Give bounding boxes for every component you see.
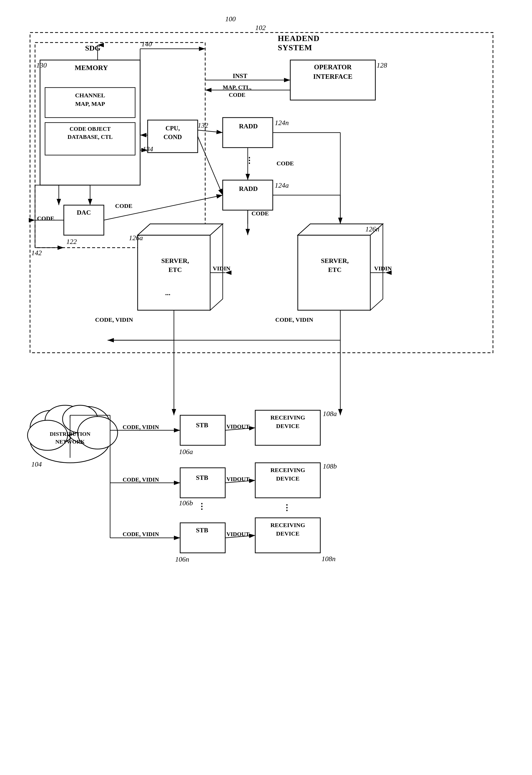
vidin-n-label: VIDIN xyxy=(374,265,392,272)
server-a-box: SERVER,ETC xyxy=(143,256,208,275)
inst-label: INST xyxy=(233,73,247,80)
ref-106a: 106a xyxy=(179,448,193,456)
svg-rect-5 xyxy=(35,43,205,248)
sdg-label: SDG xyxy=(85,44,101,52)
code-vidin-stb-n-label: CODE, VIDIN xyxy=(123,531,159,538)
ref-132: 132 xyxy=(198,121,208,129)
operator-interface-box: OPERATORINTERFACE xyxy=(293,63,373,82)
code-vidin-right-label: CODE, VIDIN xyxy=(275,316,313,323)
ref-126a: 126a xyxy=(129,234,143,242)
vidout-a-label: VIDOUT xyxy=(226,424,249,430)
channel-map-box: CHANNELMAP, MAP xyxy=(46,91,134,108)
code-vidin-stb-b-label: CODE, VIDIN xyxy=(123,477,159,483)
svg-rect-27 xyxy=(180,415,225,445)
ref-128: 128 xyxy=(377,61,387,69)
ref-140: 140 xyxy=(141,40,152,48)
map-ctl-code-label: MAP, CTL,CODE xyxy=(223,84,251,99)
headend-system-label: HEADENDSYSTEM xyxy=(278,34,320,52)
svg-rect-28 xyxy=(180,468,225,498)
svg-rect-12 xyxy=(223,118,273,148)
vidout-b-label: VIDOUT xyxy=(226,476,249,483)
radd-ellipsis: ⋮ xyxy=(245,156,253,165)
cpu-cond-box: CPU,COND xyxy=(149,124,196,141)
code-dac-radd-label: CODE xyxy=(115,203,132,209)
stb-n-box: STB xyxy=(181,527,223,534)
svg-marker-15 xyxy=(138,224,223,235)
code-dac-left-label: CODE xyxy=(37,215,54,222)
vidin-a-label: VIDIN xyxy=(213,265,230,272)
radd-n-box: RADD xyxy=(225,123,272,130)
receiving-b-box: RECEIVINGDEVICE xyxy=(256,466,319,483)
svg-line-41 xyxy=(198,136,223,195)
ref-134: 134 xyxy=(143,145,153,153)
ref-102: 102 xyxy=(255,24,266,32)
ref-108n: 108n xyxy=(322,555,336,563)
code-vidin-left-label: CODE, VIDIN xyxy=(95,316,133,323)
code-object-box: CODE OBJECTDATABASE, CTL xyxy=(46,125,134,141)
svg-point-24 xyxy=(63,405,98,433)
server-n-box: SERVER,ETC xyxy=(302,256,367,275)
distribution-network-label: DISTRIBUTIONNETWORK xyxy=(30,430,110,446)
code-vidin-stb-a-label: CODE, VIDIN xyxy=(123,424,159,431)
code-radd-label: CODE xyxy=(277,160,294,167)
ref-122: 122 xyxy=(66,238,77,246)
receiving-n-box: RECEIVINGDEVICE xyxy=(256,521,319,538)
ref-126n: 126n xyxy=(365,225,379,233)
vidout-n-label: VIDOUT xyxy=(226,531,249,538)
ref-142: 142 xyxy=(31,249,42,257)
code-radd-server-label: CODE xyxy=(251,210,269,217)
ref-124n: 124n xyxy=(275,119,289,127)
svg-rect-6 xyxy=(40,60,140,185)
ref-106n: 106n xyxy=(175,555,189,563)
server-a-ellipsis: ... xyxy=(165,289,170,297)
stb-b-box: STB xyxy=(181,474,223,482)
ref-100: 100 xyxy=(225,15,236,23)
ref-108b: 108b xyxy=(323,462,337,470)
ref-104: 104 xyxy=(31,460,42,468)
ref-124a: 124a xyxy=(275,181,289,189)
radd-a-box: RADD xyxy=(225,185,272,193)
svg-line-42 xyxy=(198,130,223,133)
svg-rect-4 xyxy=(30,33,493,353)
stb-ellipsis: ⋮ xyxy=(198,502,206,511)
receiving-ellipsis: ⋮ xyxy=(283,503,291,512)
receiving-a-box: RECEIVINGDEVICE xyxy=(256,414,319,430)
ref-108a: 108a xyxy=(323,410,337,418)
ref-106b: 106b xyxy=(179,499,193,507)
dac-box: DAC xyxy=(65,209,103,216)
svg-rect-13 xyxy=(223,180,273,210)
diagram-container: 100 102 HEADENDSYSTEM SDG 130 MEMORY CHA… xyxy=(15,10,515,765)
memory-box: MEMORY xyxy=(44,64,139,72)
stb-a-box: STB xyxy=(181,422,223,429)
